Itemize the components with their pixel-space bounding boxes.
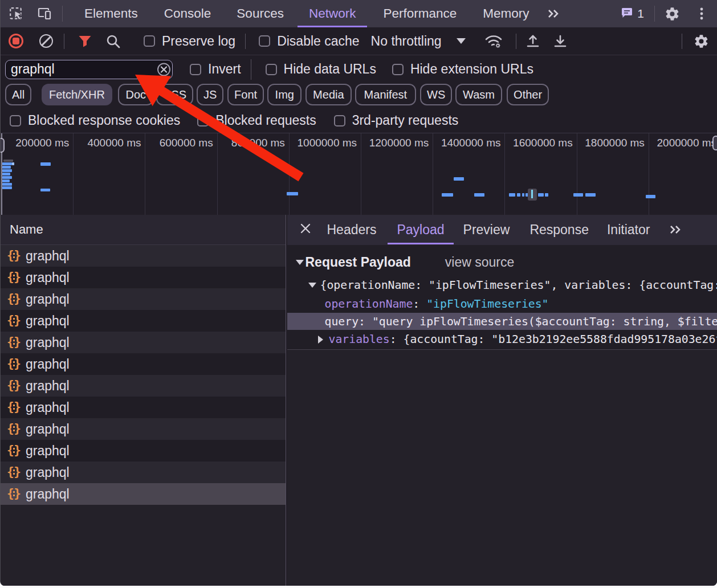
view-source-link[interactable]: view source (445, 255, 514, 270)
request-row[interactable]: {}graphql (1, 375, 286, 397)
request-name: graphql (26, 270, 70, 285)
toolbar-divider (682, 34, 682, 49)
tab-preview[interactable]: Preview (463, 215, 510, 245)
payload-key: variables (329, 333, 390, 346)
timeline-label: 600000 ms (160, 137, 213, 149)
network-overview-timeline[interactable]: 200000 ms400000 ms600000 ms800000 ms1000… (1, 133, 717, 215)
request-row[interactable]: {}graphql (1, 310, 286, 332)
request-row[interactable]: {}graphql (1, 462, 286, 483)
payload-variables-row[interactable]: variables: {accountTag: "b12e3b2192ee558… (287, 330, 717, 348)
chip-js[interactable]: JS (197, 84, 223, 105)
invert-checkbox[interactable] (190, 64, 201, 75)
chip-manifest[interactable]: Manifest (355, 84, 416, 105)
timeline-request-bar (538, 193, 544, 197)
settings-gear-icon[interactable] (665, 6, 679, 21)
tab-label: Network (309, 6, 356, 21)
request-row[interactable]: {}graphql (1, 397, 286, 418)
chip-img[interactable]: Img (267, 84, 302, 105)
tab-console[interactable]: Console (162, 0, 214, 27)
request-name: graphql (26, 378, 70, 394)
third-party-requests-checkbox[interactable] (334, 115, 345, 126)
tab-performance[interactable]: Performance (381, 0, 459, 27)
tab-elements[interactable]: Elements (82, 0, 140, 27)
device-toolbar-icon[interactable] (37, 6, 52, 21)
payload-root-row[interactable]: {operationName: "ipFlowTimeseries", vari… (287, 276, 717, 294)
tab-response[interactable]: Response (529, 215, 589, 245)
toolbar-divider (654, 6, 655, 22)
request-row[interactable]: {}graphql (1, 267, 286, 288)
disable-cache-checkbox[interactable] (259, 35, 270, 47)
clear-filter-icon[interactable] (157, 63, 170, 76)
chip-fetch-xhr[interactable]: Fetch/XHR (42, 84, 112, 105)
filter-input[interactable]: graphql (5, 60, 173, 79)
request-name: graphql (26, 313, 70, 329)
chip-label: Img (275, 88, 294, 101)
variables-expand-icon[interactable] (318, 336, 323, 344)
request-row[interactable]: {}graphql (1, 245, 286, 267)
tab-initiator[interactable]: Initiator (607, 215, 650, 245)
request-payload-collapse-icon[interactable] (296, 260, 304, 265)
close-details-icon[interactable] (300, 223, 311, 238)
tab-headers[interactable]: Headers (327, 215, 377, 245)
root-collapse-icon[interactable] (308, 283, 316, 288)
network-settings-gear-icon[interactable] (694, 34, 708, 48)
more-details-tabs-icon[interactable] (667, 223, 683, 238)
overview-left-grip-handle[interactable] (1, 138, 5, 153)
request-name: graphql (26, 465, 70, 480)
request-row[interactable]: {}graphql (1, 418, 286, 440)
more-tabs-icon[interactable] (544, 6, 561, 21)
blocked-response-cookies-checkbox[interactable] (10, 115, 21, 126)
filter-icon[interactable] (78, 34, 92, 48)
hide-extension-urls-label: Hide extension URLs (410, 62, 533, 77)
chip-all[interactable]: All (5, 84, 31, 105)
clear-network-log-icon[interactable] (39, 34, 53, 48)
import-har-icon[interactable] (525, 34, 540, 48)
timeline-label: 1200000 ms (369, 137, 429, 149)
overview-right-grip-handle[interactable] (712, 136, 717, 150)
timeline-column: 1600000 ms (506, 133, 577, 215)
tab-sources[interactable]: Sources (234, 0, 286, 27)
tab-label: Elements (84, 6, 138, 21)
tab-network[interactable]: Network (307, 0, 358, 27)
toolbar-divider (245, 34, 246, 49)
request-name: graphql (26, 335, 70, 350)
tab-payload[interactable]: Payload (397, 215, 444, 245)
payload-query-row[interactable]: query: "query ipFlowTimeseries($accountT… (287, 313, 717, 330)
chip-css[interactable]: CSS (156, 84, 193, 105)
hide-data-urls-checkbox[interactable] (266, 64, 277, 75)
export-har-icon[interactable] (553, 34, 568, 48)
throttling-caret-icon[interactable] (457, 38, 466, 44)
request-name: graphql (26, 443, 70, 459)
throttling-select[interactable]: No throttling (371, 34, 442, 49)
chip-ws[interactable]: WS (420, 84, 452, 105)
timeline-request-bar (442, 193, 453, 197)
chip-media[interactable]: Media (305, 84, 351, 105)
request-row[interactable]: {}graphql (1, 440, 286, 462)
name-column-header[interactable]: Name (1, 215, 286, 245)
inspect-icon[interactable] (9, 6, 23, 21)
chip-doc[interactable]: Doc (118, 84, 154, 105)
timeline-selected-marker (528, 189, 537, 201)
request-row[interactable]: {}graphql (1, 353, 286, 375)
record-button[interactable] (9, 34, 23, 48)
request-name: graphql (26, 422, 70, 437)
chip-font[interactable]: Font (227, 84, 264, 105)
blocked-requests-checkbox[interactable] (197, 115, 209, 126)
preserve-log-checkbox[interactable] (144, 35, 155, 47)
network-conditions-icon[interactable] (484, 34, 503, 48)
request-row[interactable]: {}graphql (1, 483, 286, 505)
search-icon[interactable] (105, 34, 120, 48)
timeline-column: 1200000 ms (361, 133, 433, 215)
hide-extension-urls-checkbox[interactable] (392, 64, 404, 75)
chip-wasm[interactable]: Wasm (455, 84, 502, 105)
kebab-menu-icon[interactable] (699, 6, 704, 21)
payload-operation-row[interactable]: operationName: "ipFlowTimeseries" (287, 295, 717, 312)
request-row[interactable]: {}graphql (1, 288, 286, 310)
tab-memory[interactable]: Memory (480, 0, 531, 27)
request-row[interactable]: {}graphql (1, 332, 286, 353)
chip-other[interactable]: Other (507, 84, 549, 105)
third-party-requests-label: 3rd-party requests (352, 113, 459, 128)
timeline-label: 1400000 ms (441, 137, 501, 149)
filter-input-value: graphql (11, 62, 55, 77)
issues-icon[interactable] (621, 6, 633, 21)
